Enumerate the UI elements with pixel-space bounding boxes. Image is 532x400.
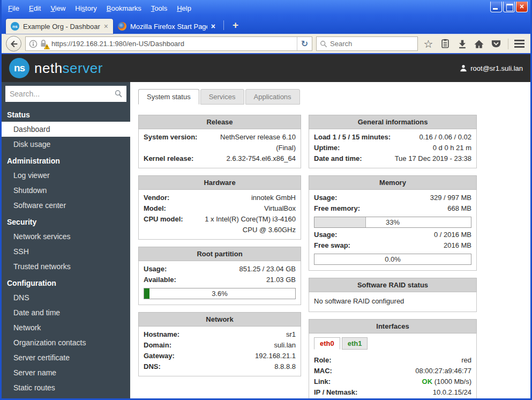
- menu-tools[interactable]: Tools: [146, 2, 172, 14]
- menu-history[interactable]: History: [70, 2, 101, 14]
- brand-neth: neth: [34, 60, 63, 76]
- info-label: Usage:: [144, 264, 167, 275]
- brand-server: server: [63, 60, 103, 76]
- tab-close-icon[interactable]: ×: [104, 23, 108, 30]
- browser-tab-start-page[interactable]: Mozilla Firefox Start Page ×: [113, 19, 220, 34]
- info-row: Usage:0 / 2016 MB: [314, 229, 471, 240]
- hamburger-menu-button[interactable]: [513, 36, 526, 51]
- minimize-button-icon[interactable]: [490, 2, 502, 12]
- panel-title: Interfaces: [309, 319, 477, 334]
- info-value: 2016 MB: [356, 240, 471, 251]
- info-label: Role:: [314, 355, 332, 366]
- maximize-button-icon[interactable]: [503, 2, 515, 12]
- sidebar-item-ssh[interactable]: SSH: [2, 244, 130, 259]
- info-value: innotek GmbH: [175, 192, 296, 203]
- info-label: Vendor:: [144, 192, 169, 203]
- menu-edit[interactable]: Edit: [24, 2, 46, 14]
- panel-title: Root partition: [138, 247, 301, 261]
- pocket-button[interactable]: [490, 36, 503, 51]
- tab-applications[interactable]: Applications: [245, 89, 300, 105]
- progress-bar: 3.6%: [144, 288, 296, 299]
- downloads-button[interactable]: [455, 36, 469, 51]
- info-row: Gateway:192.168.21.1: [144, 351, 296, 361]
- panel-body: Load 1 / 5 / 15 minutes:0.16 / 0.06 / 0.…: [309, 129, 477, 168]
- sidebar-item-server-name[interactable]: Server name: [2, 365, 130, 380]
- browser-search-input[interactable]: [330, 40, 414, 48]
- info-label: Hostname:: [144, 329, 179, 340]
- info-label: Usage:: [314, 192, 337, 203]
- sidebar-section-security: Security: [2, 213, 130, 229]
- home-button[interactable]: [473, 36, 486, 51]
- tab-system-status[interactable]: System status: [138, 89, 199, 105]
- panel-hardware: HardwareVendor:innotek GmbHModel:Virtual…: [138, 175, 301, 240]
- sidebar-item-shutdown[interactable]: Shutdown: [2, 183, 130, 198]
- logged-user-menu[interactable]: root@sr1.suli.lan: [460, 64, 523, 72]
- new-tab-button[interactable]: +: [227, 19, 244, 31]
- bookmarks-panel-button[interactable]: [439, 36, 452, 51]
- window-controls: ×: [490, 2, 529, 12]
- url-bar[interactable]: ↻: [25, 36, 312, 51]
- menu-bookmarks[interactable]: Bookmarks: [102, 2, 146, 14]
- sidebar-item-software-center[interactable]: Software center: [2, 198, 130, 213]
- sidebar-item-log-viewer[interactable]: Log viewer: [2, 168, 130, 183]
- info-value: 0 d 0 h 21 m: [345, 143, 471, 153]
- info-row: MAC:08:00:27:a9:46:77: [314, 366, 471, 376]
- sidebar-item-date-and-time[interactable]: Date and time: [2, 305, 130, 320]
- page-body: StatusDashboardDisk usageAdministrationL…: [2, 82, 530, 400]
- browser-search-box[interactable]: [316, 36, 418, 51]
- interface-tab-eth1[interactable]: eth1: [342, 337, 368, 350]
- info-row: Free memory:668 MB: [314, 203, 471, 214]
- close-button-icon[interactable]: ×: [516, 2, 528, 12]
- sidebar-search[interactable]: [5, 86, 126, 102]
- bookmark-star-button[interactable]: ☆: [422, 36, 435, 51]
- browser-tab-dashboard[interactable]: ns Example Org - Dashboard ×: [6, 19, 113, 34]
- nethserver-header: ns nethserver root@sr1.suli.lan: [2, 54, 530, 82]
- info-row: Role:red: [314, 355, 471, 366]
- home-icon: [474, 39, 484, 49]
- sidebar-section-configuration: Configuration: [2, 274, 130, 290]
- sidebar-section-status: Status: [2, 106, 130, 122]
- sidebar-item-dns[interactable]: DNS: [2, 290, 130, 305]
- menu-help[interactable]: Help: [172, 2, 196, 14]
- info-label: Usage:: [314, 229, 337, 240]
- url-input[interactable]: [51, 40, 297, 48]
- tab-close-icon[interactable]: ×: [211, 23, 215, 30]
- toolbar-separator: [508, 39, 508, 49]
- info-row: System version:NethServer release 6.10 (…: [144, 132, 296, 153]
- progress-label: 3.6%: [144, 288, 295, 299]
- menu-file[interactable]: File: [3, 2, 24, 14]
- info-label: System version:: [144, 132, 197, 153]
- info-label: Date and time:: [314, 153, 362, 164]
- info-row: Domain:suli.lan: [144, 340, 296, 351]
- firefox-favicon-icon: [118, 22, 126, 31]
- insecure-lock-icon[interactable]: [40, 39, 49, 48]
- panel-title: Network: [138, 312, 301, 327]
- sidebar-item-server-certificate[interactable]: Server certificate: [2, 350, 130, 365]
- info-label: Free swap:: [314, 240, 350, 251]
- sidebar-item-network[interactable]: Network: [2, 320, 130, 335]
- sidebar-search-input[interactable]: [5, 86, 126, 102]
- sidebar-item-trusted-networks[interactable]: Trusted networks: [2, 259, 130, 274]
- arrow-left-icon: [9, 39, 19, 49]
- panel-text: No software RAID configured: [314, 295, 471, 308]
- reload-button[interactable]: ↻: [297, 37, 312, 50]
- panel-title: Release: [138, 115, 301, 129]
- panel-body: Vendor:innotek GmbHModel:VirtualBoxCPU m…: [138, 190, 301, 240]
- info-label: DNS:: [144, 361, 161, 372]
- sidebar-item-static-routes[interactable]: Static routes: [2, 380, 130, 395]
- sidebar-item-network-services[interactable]: Network services: [2, 229, 130, 244]
- back-button[interactable]: [6, 36, 21, 51]
- interface-tab-eth0[interactable]: eth0: [314, 337, 340, 350]
- sidebar-item-dashboard[interactable]: Dashboard: [2, 122, 130, 137]
- panel-body: Hostname:sr1Domain:suli.lanGateway:192.1…: [138, 327, 301, 376]
- sidebar-item-organization-contacts[interactable]: Organization contacts: [2, 335, 130, 350]
- browser-window: FileEditViewHistoryBookmarksToolsHelp × …: [0, 0, 532, 400]
- panel-body: eth0eth1Role:redMAC:08:00:27:a9:46:77Lin…: [309, 334, 477, 400]
- info-value: 668 MB: [365, 203, 471, 214]
- nethserver-logo-icon[interactable]: ns: [9, 58, 29, 78]
- tab-services[interactable]: Services: [200, 89, 244, 105]
- sidebar-item-disk-usage[interactable]: Disk usage: [2, 137, 130, 152]
- menu-view[interactable]: View: [46, 2, 70, 14]
- info-icon[interactable]: [29, 40, 38, 48]
- info-row: Type:DHCP: [314, 398, 471, 400]
